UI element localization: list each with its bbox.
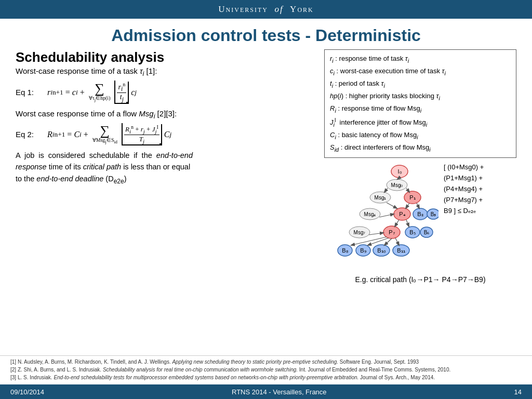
diagram-caption: E.g. critical path (I₀→P1→ P4→P7→B9) bbox=[324, 275, 516, 284]
svg-text:P₄: P₄ bbox=[399, 211, 405, 217]
university-logo: University of York bbox=[218, 4, 313, 15]
svg-text:Msg₁: Msg₁ bbox=[375, 195, 387, 201]
ref-2: [2] Z. Shi, A. Burns, and L. S. Indrusia… bbox=[10, 366, 522, 374]
section-heading: Schedulability analysis bbox=[16, 49, 314, 65]
svg-line-44 bbox=[384, 238, 392, 245]
right-column: ri : response time of task τi ci : worst… bbox=[324, 49, 516, 284]
svg-text:B₆: B₆ bbox=[424, 230, 430, 235]
equation-2: Eq 2: Rin+1 = Ci + ∑ ∀Msgj∈Sid Rin + rj … bbox=[16, 123, 314, 145]
svg-text:B₈: B₈ bbox=[342, 247, 348, 254]
diagram-area: I₀ Msg₀ P₁ Msg₁ P₄ bbox=[324, 162, 516, 273]
svg-text:B₅: B₅ bbox=[409, 229, 415, 235]
left-column: Schedulability analysis Worst-case respo… bbox=[16, 49, 314, 284]
def-item-C: Ci : basic latency of flow Msgi bbox=[330, 129, 511, 142]
def-item-r: ri : response time of task τi bbox=[330, 53, 511, 65]
svg-line-41 bbox=[379, 214, 394, 217]
footer-page: 14 bbox=[514, 388, 522, 396]
svg-line-35 bbox=[384, 188, 388, 192]
eq2-label: Eq 2: bbox=[16, 130, 39, 139]
svg-text:P₇: P₇ bbox=[389, 229, 394, 235]
svg-line-34 bbox=[406, 188, 409, 192]
svg-text:B₁₀: B₁₀ bbox=[377, 247, 385, 254]
wcrt-task-label: Worst-case response time of a task τi [1… bbox=[16, 66, 314, 77]
svg-text:Msg₀: Msg₀ bbox=[391, 182, 403, 188]
svg-text:Msg₄: Msg₄ bbox=[364, 211, 376, 217]
svg-line-45 bbox=[395, 238, 399, 245]
svg-line-37 bbox=[417, 203, 419, 208]
svg-text:Msg₇: Msg₇ bbox=[354, 230, 366, 235]
svg-line-40 bbox=[406, 220, 409, 227]
page-title: Admission control tests - Deterministic bbox=[16, 26, 516, 45]
definition-box: ri : response time of task τi ci : worst… bbox=[324, 49, 516, 158]
svg-text:B₂: B₂ bbox=[417, 211, 423, 217]
bottom-bar: 09/10/2014 RTNS 2014 - Versailles, Franc… bbox=[0, 384, 532, 399]
svg-text:B₁₁: B₁₁ bbox=[397, 247, 405, 254]
svg-text:B₉: B₉ bbox=[360, 247, 366, 254]
svg-text:B₃: B₃ bbox=[431, 211, 436, 217]
svg-line-46 bbox=[369, 233, 383, 235]
ref-3: [3] L. S. Indrusiak. End-to-end schedula… bbox=[10, 374, 522, 381]
eq1-label: Eq 1: bbox=[16, 88, 39, 97]
footer-conference: RTNS 2014 - Versailles, France bbox=[232, 388, 327, 396]
svg-line-42 bbox=[351, 237, 387, 245]
eq1-math: rin+1 = ci + ∑ ∀τj∈hp(i) rin tj bbox=[47, 81, 137, 104]
svg-line-38 bbox=[387, 203, 397, 208]
def-item-c: ci : worst-case execution time of task τ… bbox=[330, 65, 511, 78]
footer-date: 09/10/2014 bbox=[10, 388, 44, 396]
eq2-math: Rin+1 = Ci + ∑ ∀Msgj∈Sid Rin + rj + JjI … bbox=[47, 123, 171, 145]
def-item-t: ti : period of task τi bbox=[330, 78, 511, 90]
diagram-svg: I₀ Msg₀ P₁ Msg₁ P₄ bbox=[324, 162, 438, 273]
diagram-equation: [ (I0+Msg0) + (P1+Msg1) + (P4+Msg4) + (P… bbox=[444, 162, 516, 216]
svg-line-39 bbox=[395, 220, 399, 227]
ref-1: [1] N. Audsley, A. Burns, M. Richardson,… bbox=[10, 358, 522, 366]
equation-1: Eq 1: rin+1 = ci + ∑ ∀τj∈hp(i) rin tj bbox=[16, 81, 314, 104]
def-item-S: Sid : direct interferers of flow Msgi bbox=[330, 142, 511, 154]
job-schedulable-text: A job is considered schedulable if the e… bbox=[16, 150, 314, 187]
wcrt-flow-label: Worst case response time of a flow Msgi … bbox=[16, 109, 314, 120]
svg-text:I₀: I₀ bbox=[397, 168, 402, 175]
def-item-hp: hp(i) : higher priority tasks blocking τ… bbox=[330, 90, 511, 103]
content-area: Schedulability analysis Worst-case respo… bbox=[16, 49, 516, 284]
svg-line-36 bbox=[406, 203, 409, 208]
references: [1] N. Audsley, A. Burns, M. Richardson,… bbox=[0, 355, 532, 383]
def-item-J: Jil interference jitter of flow Msgi bbox=[330, 115, 511, 129]
header-bar: University of York bbox=[0, 0, 532, 19]
def-item-R: Ri : response time of flow Msgi bbox=[330, 103, 511, 115]
main-content: Admission control tests - Deterministic … bbox=[0, 19, 532, 284]
svg-text:P₁: P₁ bbox=[409, 194, 415, 201]
